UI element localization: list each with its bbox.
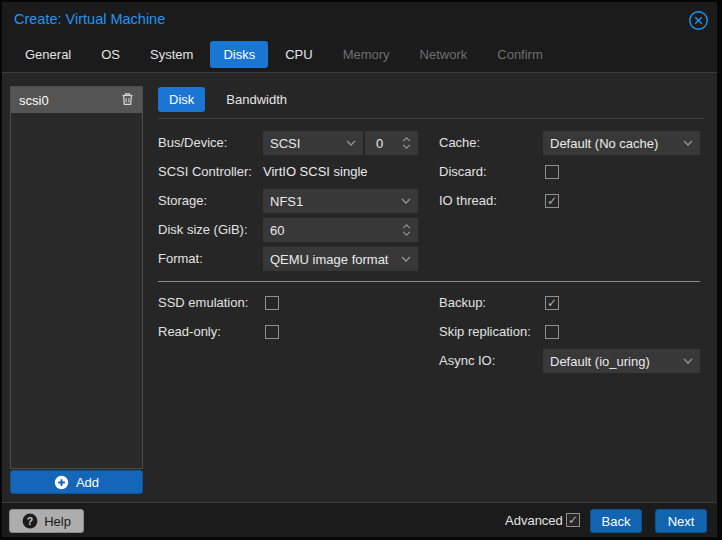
discard-checkbox[interactable] bbox=[545, 165, 559, 179]
advanced-separator bbox=[158, 281, 700, 282]
discard-label: Discard: bbox=[439, 160, 487, 184]
subtab-separator bbox=[158, 118, 704, 119]
next-button[interactable]: Next bbox=[655, 509, 707, 533]
disk-size-stepper[interactable]: 60 bbox=[263, 218, 418, 242]
subtab-disk[interactable]: Disk bbox=[158, 87, 205, 112]
disk-list-item-scsi0[interactable]: scsi0 bbox=[11, 87, 142, 113]
trash-icon[interactable] bbox=[121, 92, 134, 109]
svg-text:?: ? bbox=[27, 515, 33, 527]
plus-circle-icon bbox=[54, 475, 69, 490]
storage-select[interactable]: NFS1 bbox=[263, 189, 418, 213]
async-io-select[interactable]: Default (io_uring) bbox=[543, 349, 700, 373]
subtab-bandwidth[interactable]: Bandwidth bbox=[215, 87, 298, 112]
cache-select[interactable]: Default (No cache) bbox=[543, 131, 700, 155]
ssd-emulation-checkbox[interactable] bbox=[265, 296, 279, 310]
add-disk-button[interactable]: Add bbox=[10, 470, 143, 494]
add-button-label: Add bbox=[76, 475, 99, 490]
chevron-down-icon bbox=[346, 140, 356, 146]
tab-disks[interactable]: Disks bbox=[210, 41, 268, 68]
skip-replication-checkbox[interactable] bbox=[545, 325, 559, 339]
disk-size-label: Disk size (GiB): bbox=[158, 218, 248, 242]
question-circle-icon: ? bbox=[22, 513, 38, 529]
format-select[interactable]: QEMU image format bbox=[263, 247, 418, 271]
scsi-controller-label: SCSI Controller: bbox=[158, 160, 252, 184]
spinner-arrows-icon[interactable] bbox=[402, 137, 411, 149]
create-vm-dialog: Create: Virtual Machine General OS Syste… bbox=[2, 2, 717, 537]
tab-general[interactable]: General bbox=[12, 41, 84, 68]
bus-select[interactable]: SCSI bbox=[263, 131, 363, 155]
bus-device-label: Bus/Device: bbox=[158, 131, 227, 155]
tab-confirm: Confirm bbox=[484, 41, 556, 68]
close-icon[interactable] bbox=[687, 9, 709, 31]
tab-system[interactable]: System bbox=[137, 41, 206, 68]
chevron-down-icon bbox=[401, 256, 411, 262]
device-number-stepper[interactable]: 0 bbox=[365, 131, 418, 155]
tab-cpu[interactable]: CPU bbox=[272, 41, 325, 68]
title-bar: Create: Virtual Machine bbox=[2, 2, 717, 38]
disk-list: scsi0 bbox=[10, 86, 143, 469]
read-only-checkbox[interactable] bbox=[265, 325, 279, 339]
help-button[interactable]: ? Help bbox=[9, 509, 84, 533]
skip-replication-label: Skip replication: bbox=[439, 320, 531, 344]
chevron-down-icon bbox=[401, 198, 411, 204]
disk-subtabs: Disk Bandwidth bbox=[158, 87, 298, 112]
io-thread-checkbox[interactable]: ✓ bbox=[545, 194, 559, 208]
chevron-down-icon bbox=[683, 358, 693, 364]
spinner-arrows-icon[interactable] bbox=[402, 224, 411, 236]
format-label: Format: bbox=[158, 247, 203, 271]
advanced-checkbox[interactable]: ✓ bbox=[566, 513, 580, 527]
chevron-down-icon bbox=[683, 140, 693, 146]
read-only-label: Read-only: bbox=[158, 320, 221, 344]
async-io-label: Async IO: bbox=[439, 349, 495, 373]
tab-network: Network bbox=[407, 41, 481, 68]
tab-os[interactable]: OS bbox=[88, 41, 133, 68]
back-button[interactable]: Back bbox=[590, 509, 642, 533]
scsi-controller-value: VirtIO SCSI single bbox=[263, 160, 368, 184]
cache-label: Cache: bbox=[439, 131, 480, 155]
backup-label: Backup: bbox=[439, 291, 486, 315]
io-thread-label: IO thread: bbox=[439, 189, 497, 213]
backup-checkbox[interactable]: ✓ bbox=[545, 296, 559, 310]
storage-label: Storage: bbox=[158, 189, 207, 213]
tab-memory: Memory bbox=[330, 41, 403, 68]
advanced-label: Advanced bbox=[505, 513, 563, 528]
disk-item-label: scsi0 bbox=[19, 93, 49, 108]
wizard-tab-bar: General OS System Disks CPU Memory Netwo… bbox=[12, 38, 717, 71]
ssd-emulation-label: SSD emulation: bbox=[158, 291, 248, 315]
help-button-label: Help bbox=[44, 514, 71, 529]
dialog-title: Create: Virtual Machine bbox=[14, 11, 165, 27]
footer-bar: ? Help Advanced ✓ Back Next bbox=[2, 504, 717, 537]
disks-panel: scsi0 Add bbox=[2, 72, 717, 503]
